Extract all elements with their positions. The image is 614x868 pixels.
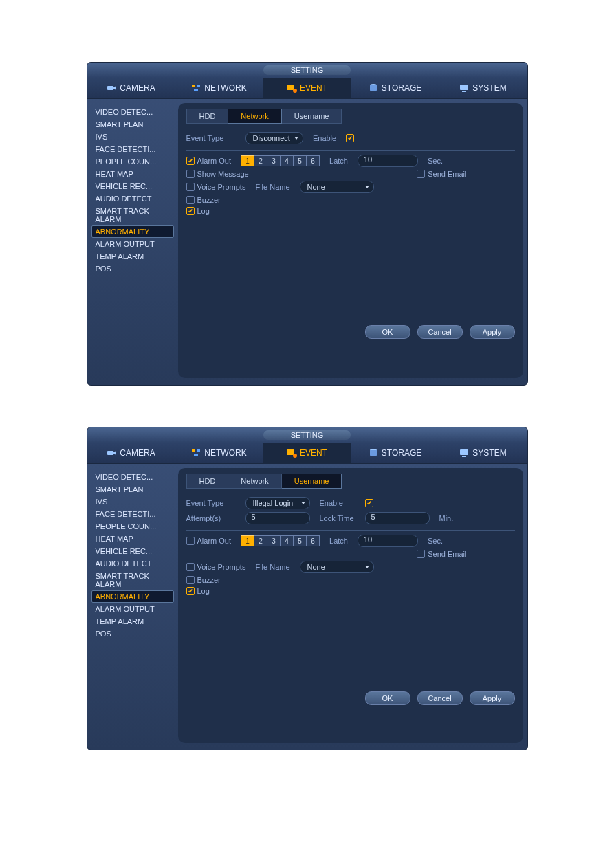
attempts-input[interactable]: 5: [245, 512, 310, 524]
lock-time-input[interactable]: 5: [365, 512, 430, 524]
file-name-select[interactable]: None: [300, 561, 374, 573]
settings-panel: HDD Network Username Event Type Disconne…: [178, 103, 523, 378]
channel-1[interactable]: 1: [241, 535, 254, 546]
cancel-button[interactable]: Cancel: [417, 691, 463, 705]
sidebar-item-smart-plan[interactable]: SMART PLAN: [91, 118, 174, 131]
alarm-out-checkbox[interactable]: Alarm Out: [186, 537, 232, 545]
tab-camera[interactable]: CAMERA: [87, 443, 175, 463]
tab-network[interactable]: NETWORK: [175, 78, 263, 98]
ok-button[interactable]: OK: [365, 325, 410, 339]
send-email-checkbox[interactable]: Send Email: [417, 550, 466, 558]
network-icon: [190, 82, 201, 93]
sidebar-item-temp-alarm[interactable]: TEMP ALARM: [91, 615, 174, 627]
voice-prompts-checkbox[interactable]: Voice Prompts: [186, 563, 246, 571]
channel-3[interactable]: 3: [267, 535, 281, 546]
channel-2[interactable]: 2: [254, 155, 267, 166]
enable-checkbox[interactable]: [365, 499, 373, 507]
event-type-select[interactable]: Illegal Login: [245, 497, 310, 509]
sidebar-item-abnormality[interactable]: ABNORMALITY: [91, 225, 174, 238]
channel-4[interactable]: 4: [281, 155, 294, 166]
channel-2[interactable]: 2: [254, 535, 267, 546]
tab-storage[interactable]: STORAGE: [351, 443, 439, 463]
divider: [186, 150, 515, 151]
apply-button[interactable]: Apply: [470, 325, 515, 339]
buzzer-checkbox[interactable]: Buzzer: [186, 576, 221, 584]
network-icon: [190, 447, 201, 458]
tab-event[interactable]: EVENT: [263, 443, 351, 463]
sidebar-item-pos[interactable]: POS: [91, 263, 174, 275]
latch-input[interactable]: 10: [358, 155, 418, 167]
channel-6[interactable]: 6: [307, 155, 320, 166]
sidebar-item-people-count[interactable]: PEOPLE COUN...: [91, 155, 174, 168]
event-type-label: Event Type: [186, 134, 236, 142]
svg-rect-3: [194, 89, 198, 91]
sidebar-item-video-detec[interactable]: VIDEO DETEC...: [91, 106, 174, 118]
tab-event[interactable]: EVENT: [263, 78, 351, 98]
latch-input[interactable]: 10: [358, 535, 418, 547]
tab-label: NETWORK: [204, 448, 246, 458]
chevron-down-icon: [365, 566, 369, 568]
lock-time-unit: Min.: [439, 514, 454, 522]
sidebar-item-heat-map[interactable]: HEAT MAP: [91, 168, 174, 180]
tab-camera[interactable]: CAMERA: [87, 78, 175, 98]
sidebar-item-temp-alarm[interactable]: TEMP ALARM: [91, 250, 174, 263]
divider: [186, 530, 515, 531]
subtab-network[interactable]: Network: [228, 109, 281, 124]
sidebar-item-ivs[interactable]: IVS: [91, 496, 174, 508]
subtab-username[interactable]: Username: [282, 474, 342, 489]
sidebar-item-vehicle-rec[interactable]: VEHICLE REC...: [91, 545, 174, 557]
alarm-out-checkbox[interactable]: Alarm Out: [186, 157, 232, 165]
sidebar-item-alarm-output[interactable]: ALARM OUTPUT: [91, 238, 174, 250]
show-message-label: Show Message: [197, 170, 249, 178]
sidebar-item-audio-detect[interactable]: AUDIO DETECT: [91, 192, 174, 205]
cancel-button[interactable]: Cancel: [417, 325, 463, 339]
channel-5[interactable]: 5: [294, 535, 307, 546]
sidebar-item-face-detect[interactable]: FACE DETECTI...: [91, 143, 174, 155]
channel-6[interactable]: 6: [307, 535, 320, 546]
send-email-checkbox[interactable]: Send Email: [417, 170, 466, 178]
svg-rect-13: [197, 449, 200, 452]
buzzer-checkbox[interactable]: Buzzer: [186, 196, 221, 204]
sidebar-item-vehicle-rec[interactable]: VEHICLE REC...: [91, 180, 174, 192]
log-checkbox[interactable]: Log: [186, 207, 210, 215]
subtab-hdd[interactable]: HDD: [186, 109, 229, 124]
storage-icon: [368, 447, 379, 458]
tab-storage[interactable]: STORAGE: [351, 78, 439, 98]
channel-1[interactable]: 1: [241, 155, 254, 166]
subtab-hdd[interactable]: HDD: [186, 474, 229, 489]
tab-system[interactable]: SYSTEM: [439, 78, 527, 98]
subtab-network[interactable]: Network: [228, 474, 281, 489]
sidebar-item-abnormality[interactable]: ABNORMALITY: [91, 590, 174, 603]
channel-4[interactable]: 4: [281, 535, 294, 546]
log-checkbox[interactable]: Log: [186, 587, 210, 595]
file-name-select[interactable]: None: [300, 181, 374, 193]
sidebar-item-alarm-output[interactable]: ALARM OUTPUT: [91, 603, 174, 615]
sidebar-item-ivs[interactable]: IVS: [91, 131, 174, 143]
sidebar-item-people-count[interactable]: PEOPLE COUN...: [91, 520, 174, 533]
svg-point-8: [370, 89, 377, 91]
sidebar-item-face-detect[interactable]: FACE DETECTI...: [91, 508, 174, 520]
sidebar-item-pos[interactable]: POS: [91, 627, 174, 640]
show-message-checkbox[interactable]: Show Message: [186, 170, 249, 178]
sidebar-item-heat-map[interactable]: HEAT MAP: [91, 533, 174, 545]
alarm-out-channels: 1 2 3 4 5 6: [241, 155, 320, 166]
sidebar-item-smart-track-alarm[interactable]: SMART TRACK ALARM: [91, 205, 174, 225]
channel-3[interactable]: 3: [267, 155, 281, 166]
enable-checkbox[interactable]: [346, 134, 354, 142]
sidebar-item-smart-plan[interactable]: SMART PLAN: [91, 483, 174, 496]
latch-label: Latch: [329, 157, 348, 165]
enable-label: Enable: [320, 499, 355, 507]
ok-button[interactable]: OK: [365, 691, 410, 705]
tab-system[interactable]: SYSTEM: [439, 443, 527, 463]
sidebar-item-audio-detect[interactable]: AUDIO DETECT: [91, 557, 174, 570]
system-icon: [459, 447, 470, 458]
voice-prompts-checkbox[interactable]: Voice Prompts: [186, 183, 246, 191]
subtab-username[interactable]: Username: [282, 109, 342, 124]
channel-5[interactable]: 5: [294, 155, 307, 166]
titlebar: SETTING: [87, 427, 527, 443]
tab-network[interactable]: NETWORK: [175, 443, 263, 463]
sidebar-item-smart-track-alarm[interactable]: SMART TRACK ALARM: [91, 570, 174, 590]
event-type-select[interactable]: Disconnect: [245, 132, 303, 144]
apply-button[interactable]: Apply: [470, 691, 515, 705]
sidebar-item-video-detec[interactable]: VIDEO DETEC...: [91, 471, 174, 483]
